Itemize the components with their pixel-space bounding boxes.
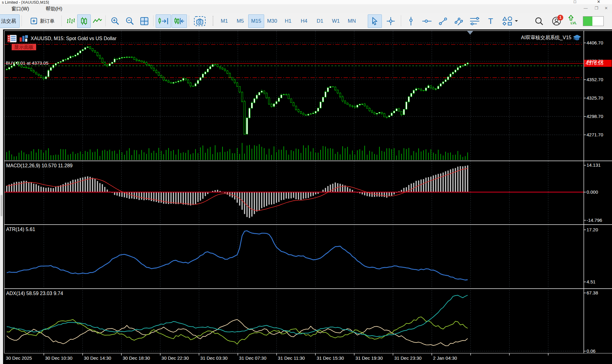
algo-trading-label: 法交易 bbox=[1, 18, 16, 25]
atr-scale-label: 4.51 bbox=[587, 279, 595, 284]
chart-shift-button[interactable] bbox=[172, 14, 187, 28]
text-tool-button[interactable]: T bbox=[484, 14, 498, 28]
menu-bar: 窗口(W) 帮助(H) — ❐ ✕ bbox=[0, 4, 612, 13]
timeframe-button-m5[interactable]: M5 bbox=[232, 14, 248, 28]
panel-grid-icon[interactable] bbox=[7, 35, 17, 42]
timeframe-button-m1[interactable]: M1 bbox=[216, 14, 232, 28]
zoom-in-button[interactable] bbox=[108, 14, 122, 28]
screenshot-button[interactable] bbox=[191, 14, 208, 28]
lvl-arrow-icon bbox=[568, 15, 574, 21]
mdi-close-icon[interactable]: ✕ bbox=[602, 6, 611, 11]
time-axis-label: 30 Dec 18:30 bbox=[123, 355, 150, 361]
new-order-icon bbox=[30, 17, 38, 25]
crosshair-tool-button[interactable] bbox=[384, 14, 398, 28]
fibonacci-icon bbox=[470, 17, 480, 25]
atr-scale-label: 17.20 bbox=[587, 227, 598, 232]
cursor-icon bbox=[371, 17, 379, 25]
cursor-tool-button[interactable] bbox=[368, 14, 382, 28]
timeframe-button-m30[interactable]: M30 bbox=[264, 14, 280, 28]
trendline-tool-button[interactable] bbox=[436, 14, 450, 28]
auto-scroll-button[interactable] bbox=[156, 14, 171, 28]
channel-icon bbox=[454, 17, 463, 26]
timeframe-button-h1[interactable]: H1 bbox=[280, 14, 296, 28]
position-label: BUY 0.01 at 4373.05 bbox=[6, 60, 48, 66]
main-toolbar: 法交易 新订单 M1M5M15M30H1H4D1W1MN bbox=[0, 13, 612, 30]
channel-tool-button[interactable] bbox=[452, 14, 466, 28]
price-axis-label: 4271.70 bbox=[587, 132, 603, 137]
chart-shift-icon bbox=[174, 17, 184, 25]
time-axis-label: 31 Dec 23:30 bbox=[394, 355, 421, 361]
time-axis-label: 31 Dec 15:30 bbox=[317, 355, 344, 361]
crosshair-icon bbox=[386, 17, 395, 26]
window-title: s Limited - [XAUUSD,M15] bbox=[2, 0, 49, 4]
chart-canvas[interactable] bbox=[3, 29, 612, 364]
mdi-restore-icon[interactable]: ❐ bbox=[592, 6, 601, 11]
lvl-label: LVL bbox=[568, 21, 580, 25]
line-chart-mode-button[interactable] bbox=[91, 14, 104, 28]
window-restore-icon[interactable]: □ bbox=[574, 0, 576, 4]
toolbar-grip[interactable] bbox=[213, 16, 215, 26]
ea-name-label: AI双审核交易系统_V15 bbox=[521, 35, 571, 41]
zoom-out-button[interactable] bbox=[123, 14, 137, 28]
new-order-button[interactable]: 新订单 bbox=[24, 14, 61, 28]
show-panel-button[interactable]: 显示面板 bbox=[12, 44, 36, 50]
macd-scale-label: 14.131 bbox=[587, 162, 601, 168]
timeframe-button-h4[interactable]: H4 bbox=[296, 14, 312, 28]
horizontal-line-tool-button[interactable] bbox=[420, 14, 434, 28]
search-button[interactable] bbox=[532, 14, 546, 28]
dock-scrollbar-thumb[interactable] bbox=[1, 195, 2, 216]
title-bar: s Limited - [XAUUSD,M15] □ ✕ bbox=[0, 0, 612, 4]
time-axis-label: 30 Dec 2025 bbox=[6, 355, 32, 361]
notification-badge: 1 bbox=[557, 15, 563, 21]
lvl-indicator[interactable]: LVL bbox=[568, 15, 580, 25]
adx-scale-label: 0.06 bbox=[587, 348, 595, 354]
graduation-cap-icon[interactable] bbox=[573, 34, 581, 41]
fibonacci-tool-button[interactable] bbox=[468, 14, 482, 28]
timeframe-button-d1[interactable]: D1 bbox=[312, 14, 328, 28]
resource-meter-fill bbox=[583, 17, 592, 26]
shapes-tool-button[interactable] bbox=[500, 14, 520, 28]
time-axis-label: 31 Dec 03:30 bbox=[200, 355, 227, 361]
timeframe-button-mn[interactable]: MN bbox=[344, 14, 360, 28]
chart-window: XAUUSD, M15: Spot Gold vs US Dollar 显示面板… bbox=[3, 29, 612, 364]
text-tool-icon: T bbox=[488, 17, 493, 26]
tile-windows-icon bbox=[140, 17, 149, 25]
resource-meter bbox=[583, 16, 604, 26]
chevron-down-icon bbox=[515, 20, 518, 22]
menu-item-window[interactable]: 窗口(W) bbox=[10, 6, 31, 12]
price-axis-label: 4352.70 bbox=[587, 77, 603, 82]
vertical-line-tool-button[interactable] bbox=[404, 14, 418, 28]
adx-scale-label: 67.38 bbox=[587, 290, 598, 295]
timeframe-button-w1[interactable]: W1 bbox=[328, 14, 344, 28]
new-order-label: 新订单 bbox=[40, 18, 55, 25]
vertical-line-icon bbox=[407, 17, 415, 26]
camera-icon bbox=[194, 16, 206, 26]
search-icon bbox=[535, 17, 543, 25]
community-button[interactable]: 1 bbox=[549, 14, 564, 28]
price-axis-label: 4406.70 bbox=[587, 40, 603, 45]
timeframe-group: M1M5M15M30H1H4D1W1MN bbox=[216, 14, 360, 27]
candlestick-icon bbox=[80, 17, 88, 25]
zoom-in-icon bbox=[111, 17, 119, 25]
menu-item-help[interactable]: 帮助(H) bbox=[44, 6, 64, 12]
timeframe-button-m15[interactable]: M15 bbox=[248, 14, 264, 28]
macd-scale-label: 0.000 bbox=[587, 189, 598, 195]
algo-trading-button[interactable]: 法交易 bbox=[0, 14, 20, 28]
window-close-icon[interactable]: ✕ bbox=[597, 0, 600, 4]
bar-chart-mode-button[interactable] bbox=[64, 14, 77, 28]
time-axis-label: 2 Jan 04:30 bbox=[433, 355, 457, 361]
trendline-icon bbox=[438, 17, 447, 25]
zoom-out-icon bbox=[125, 17, 134, 25]
time-axis-label: 30 Dec 22:30 bbox=[162, 355, 189, 361]
mdi-minimize-icon[interactable]: — bbox=[581, 6, 590, 11]
line-chart-icon bbox=[93, 18, 102, 25]
macd-label: MACD(12,26,9) 10.570 11.289 bbox=[6, 163, 73, 169]
tile-windows-button[interactable] bbox=[137, 14, 151, 28]
horizontal-line-icon bbox=[422, 17, 432, 25]
price-axis-label: 4379.70 bbox=[587, 59, 603, 64]
candlestick-mode-button[interactable] bbox=[77, 14, 91, 28]
chart-stats-icon[interactable] bbox=[19, 35, 28, 42]
auto-scroll-icon bbox=[158, 17, 169, 25]
time-axis-label: 30 Dec 14:30 bbox=[84, 355, 111, 361]
adx-label: ADX(14) 58.59 23.03 9.74 bbox=[6, 291, 63, 296]
